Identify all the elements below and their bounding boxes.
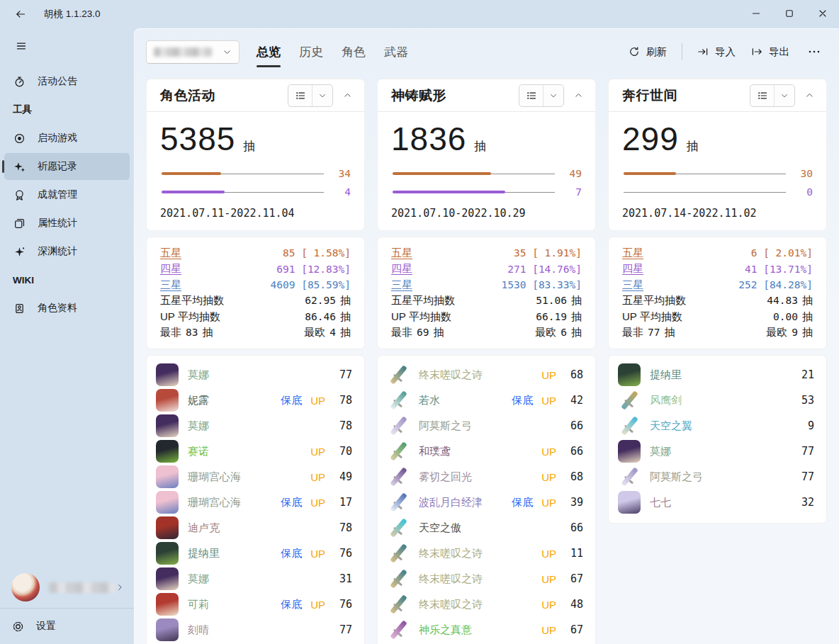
item-count: 66 [565, 521, 583, 534]
average-unit: 抽 [340, 294, 351, 307]
pity-count: 34 [325, 168, 351, 179]
export-button[interactable]: 导出 [743, 40, 797, 64]
pity-badge: 保底 [281, 394, 302, 407]
tab-1[interactable]: 历史 [292, 39, 330, 65]
item-icon [618, 465, 641, 488]
more-options-button[interactable] [801, 40, 827, 63]
date-range: 2021.07.10-2022.10.29 [391, 207, 582, 220]
sidebar-item-0[interactable]: 活动公告 [4, 68, 130, 95]
chevron-right-icon [116, 582, 124, 592]
banner-stats-block: 五星 85 [ 1.58%]四星 691 [12.83%]三星4609 [85.… [146, 237, 365, 349]
item-name: 终末嗟叹之诗 [419, 368, 541, 382]
rarity-link[interactable]: 三星 [622, 278, 643, 292]
four-star-pity-bar: 4 [160, 186, 351, 198]
sidebar-item-6[interactable]: 深渊统计 [4, 238, 130, 265]
sidebar-item-settings[interactable]: 设置 [0, 609, 134, 644]
item-count: 67 [565, 572, 583, 585]
card-header: 神铸赋形 [378, 79, 595, 112]
sidebar-item-2[interactable]: 启动游戏 [4, 125, 130, 152]
item-icon [387, 465, 410, 488]
total-pulls: 5385 [160, 120, 235, 158]
list-view-icon[interactable] [750, 85, 774, 106]
refresh-button[interactable]: 刷新 [621, 40, 675, 64]
worst-pity: 最非69抽 [391, 326, 444, 339]
tab-2[interactable]: 角色 [334, 39, 373, 65]
item-name: 雾切之回光 [419, 470, 541, 484]
item-name: 莫娜 [650, 445, 796, 458]
rarity-link[interactable]: 三星 [391, 278, 412, 292]
average-label: 五星平均抽数 [391, 294, 455, 307]
collapse-card-button[interactable] [799, 85, 820, 106]
item-count: 77 [334, 623, 352, 636]
rarity-stat-row: 五星 35 [ 1.91%] [391, 245, 582, 261]
list-view-icon[interactable] [519, 85, 543, 106]
banner-uid-selector[interactable] [146, 40, 240, 64]
list-mode-split-button[interactable] [750, 84, 795, 107]
sidebar-section-header: WIKI [4, 266, 130, 293]
rarity-link[interactable]: 三星 [160, 278, 181, 292]
rarity-link[interactable]: 四星 [391, 262, 412, 276]
list-mode-dropdown[interactable] [543, 85, 563, 106]
item-name: 莫娜 [188, 572, 334, 586]
rarity-stat-row: 三星1530 [83.33%] [391, 277, 582, 293]
tab-3[interactable]: 武器 [377, 39, 415, 65]
best-pity: 最欧9抽 [766, 326, 813, 339]
sidebar-section-header: 工具 [4, 96, 130, 123]
list-mode-split-button[interactable] [519, 84, 564, 107]
list-item: 风鹰剑 53 [618, 388, 817, 413]
list-mode-split-button[interactable] [288, 84, 333, 107]
sidebar-item-4[interactable]: 成就管理 [4, 181, 130, 208]
list-mode-dropdown[interactable] [774, 85, 794, 106]
average-label: UP 平均抽数 [622, 310, 682, 324]
item-icon [156, 363, 179, 386]
sidebar-item-3[interactable]: 祈愿记录 [4, 153, 130, 180]
list-item: 阿莫斯之弓 77 [618, 464, 817, 490]
rarity-link[interactable]: 五星 [622, 247, 643, 260]
card-header: 奔行世间 [609, 79, 826, 112]
list-item: 七七 32 [618, 490, 817, 515]
pulls-unit: 抽 [687, 138, 699, 154]
sidebar-item-5[interactable]: 属性统计 [4, 210, 130, 237]
import-button[interactable]: 导入 [689, 40, 743, 64]
sidebar-item-8[interactable]: 角色资料 [4, 295, 130, 322]
app-title: 胡桃 1.1.23.0 [44, 8, 101, 21]
up-badge: UP [310, 497, 325, 509]
rarity-link[interactable]: 五星 [391, 247, 412, 260]
sidebar-footer: 设置 [0, 567, 134, 644]
sparkles-icon [13, 161, 26, 173]
sidebar: 活动公告工具启动游戏祈愿记录成就管理属性统计深渊统计WIKI角色资料 设置 [0, 28, 134, 644]
list-mode-dropdown[interactable] [312, 85, 332, 106]
up-badge: UP [310, 395, 325, 407]
rarity-link[interactable]: 四星 [622, 262, 643, 276]
up-badge: UP [541, 446, 556, 458]
minimize-button[interactable] [739, 0, 772, 27]
collapse-card-button[interactable] [337, 85, 358, 106]
pity-count: 30 [787, 168, 813, 179]
list-view-icon[interactable] [288, 85, 312, 106]
item-icon [156, 516, 179, 539]
item-icon [618, 389, 641, 412]
tab-0[interactable]: 总览 [249, 39, 288, 65]
item-icon [156, 465, 179, 488]
close-button[interactable] [806, 0, 839, 27]
rarity-link[interactable]: 四星 [160, 262, 181, 276]
pity-badge: 保底 [281, 496, 302, 509]
list-item: 赛诺 UP 70 [156, 439, 355, 464]
nav-toggle-button[interactable] [7, 34, 35, 58]
rarity-link[interactable]: 五星 [160, 247, 181, 260]
item-icon [387, 491, 410, 514]
rarity-stat-row: 五星 6 [ 2.01%] [622, 245, 813, 261]
list-item: 珊瑚宫心海 保底 UP 17 [156, 490, 355, 515]
item-icon [156, 440, 179, 463]
banner-card-standard: 奔行世间 299 抽 300 2021.07.14-2022.11.02 五星 … [608, 79, 827, 524]
back-button[interactable] [9, 4, 33, 25]
date-range: 2021.07.11-2022.11.04 [160, 207, 351, 220]
maximize-button[interactable] [772, 0, 806, 27]
chevron-up-icon [574, 91, 583, 100]
pull-summary: 299 抽 300 2021.07.14-2022.11.02 [609, 112, 826, 230]
item-icon [618, 414, 641, 437]
achievement-icon [13, 189, 26, 201]
item-name: 珊瑚宫心海 [188, 496, 281, 509]
collapse-card-button[interactable] [568, 85, 589, 106]
user-account-row[interactable] [0, 567, 134, 608]
